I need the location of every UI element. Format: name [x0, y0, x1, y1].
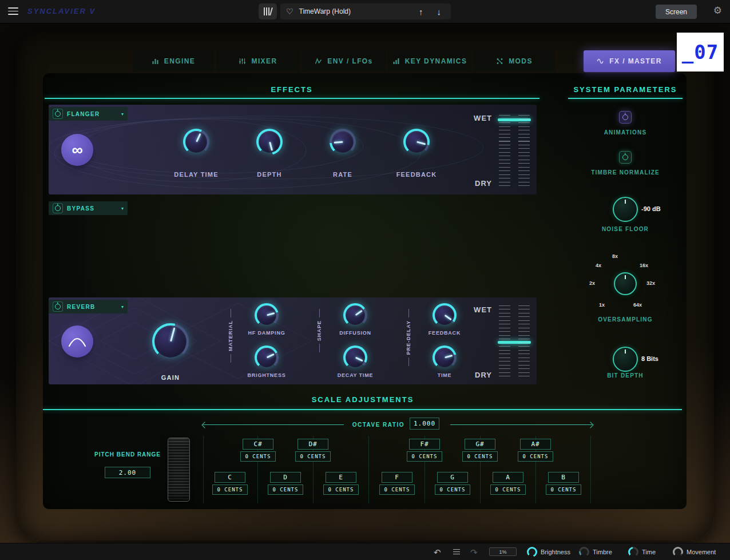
macro-time[interactable]: Time [628, 543, 656, 560]
main-menu-icon[interactable] [8, 7, 18, 15]
bit-depth-knob[interactable] [613, 347, 638, 372]
reverb-header[interactable]: REVERB ▾ [49, 300, 128, 313]
movement-macro-knob[interactable] [673, 547, 683, 557]
timbre-macro-knob[interactable] [579, 547, 589, 557]
tab-env-lfos[interactable]: ENV / LFOs [302, 50, 386, 72]
flanger-power-toggle[interactable] [53, 109, 63, 119]
bottom-toolbar: ↶ ↷ 1% Brightness Timbre Time Movement [0, 543, 730, 560]
oversampling-option-32x[interactable]: 32x [646, 280, 655, 286]
tab-key-dynamics[interactable]: KEY DYNAMICS [388, 50, 471, 72]
animations-toggle[interactable] [619, 111, 632, 124]
octave-ratio-value[interactable]: 1.000 [410, 418, 439, 430]
note-c-sharp[interactable]: C# [243, 439, 273, 450]
cents-a-sharp[interactable]: 0 CENTS [518, 451, 553, 462]
oversampling-option-8x[interactable]: 8x [612, 253, 618, 259]
scale-divider [43, 409, 682, 410]
macro-movement[interactable]: Movement [673, 543, 716, 560]
time-knob[interactable] [433, 345, 457, 370]
decay-time-knob[interactable] [343, 345, 367, 370]
cents-g-sharp[interactable]: 0 CENTS [462, 451, 498, 462]
macro-label: Brightness [541, 549, 570, 555]
pitch-bend-wheel[interactable] [168, 438, 190, 502]
system-parameters-title: SYSTEM PARAMETERS [568, 85, 683, 94]
cents-e[interactable]: 0 CENTS [323, 484, 359, 495]
rate-knob[interactable] [330, 129, 356, 155]
screen-button[interactable]: Screen [656, 5, 697, 19]
favorite-heart-icon[interactable]: ♡ [286, 7, 293, 15]
cents-b[interactable]: 0 CENTS [546, 484, 581, 495]
note-a[interactable]: A [493, 472, 523, 483]
reverb-wet-dry-fader[interactable] [499, 305, 530, 379]
flanger-name: FLANGER [67, 111, 100, 117]
oversampling-option-16x[interactable]: 16x [640, 263, 648, 268]
tab-fx-master[interactable]: FX / MASTER [584, 50, 675, 72]
macro-timbre[interactable]: Timbre [579, 543, 612, 560]
settings-gear-icon[interactable]: ⚙ [713, 6, 722, 15]
undo-icon[interactable]: ↶ [434, 547, 441, 556]
cpu-meter[interactable]: 1% [489, 547, 517, 556]
tab-label: ENGINE [164, 57, 195, 65]
note-f[interactable]: F [382, 472, 412, 483]
cents-d-sharp[interactable]: 0 CENTS [295, 451, 331, 462]
time-macro-knob[interactable] [628, 547, 638, 557]
brightness-macro-knob[interactable] [527, 547, 537, 557]
library-button[interactable] [259, 3, 277, 19]
hf-damping-knob[interactable] [255, 303, 279, 327]
material-group-label: MATERIAL [228, 309, 233, 363]
feedback-knob[interactable] [403, 129, 430, 155]
cents-d[interactable]: 0 CENTS [268, 484, 303, 495]
preset-selector[interactable]: ♡ TimeWarp (Hold) ↑ ↓ [280, 3, 451, 19]
previous-preset-arrow-icon[interactable]: ↑ [415, 7, 427, 17]
reverb-feedback-knob[interactable] [433, 303, 457, 327]
cents-f[interactable]: 0 CENTS [379, 484, 415, 495]
note-g-sharp[interactable]: G# [465, 439, 495, 450]
app-logo: SYNCLAVIER V [27, 7, 96, 15]
bypass-power-toggle[interactable] [53, 203, 63, 213]
cents-g[interactable]: 0 CENTS [435, 484, 470, 495]
oversampling-option-64x[interactable]: 64x [633, 302, 642, 308]
next-preset-arrow-icon[interactable]: ↓ [433, 7, 446, 17]
preset-name[interactable]: TimeWarp (Hold) [299, 7, 409, 15]
note-a-sharp[interactable]: A# [520, 439, 551, 450]
brightness-knob[interactable] [255, 345, 279, 370]
cents-c-sharp[interactable]: 0 CENTS [240, 451, 276, 462]
note-b[interactable]: B [548, 472, 579, 483]
tab-mods[interactable]: MODS [474, 50, 555, 72]
pitch-bend-range-value[interactable]: 2.00 [105, 467, 150, 478]
cents-f-sharp[interactable]: 0 CENTS [407, 451, 442, 462]
chevron-down-icon[interactable]: ▾ [121, 206, 124, 211]
timbre-normalize-toggle[interactable] [619, 151, 632, 164]
reverb-power-toggle[interactable] [53, 301, 63, 312]
note-d[interactable]: D [270, 472, 301, 483]
history-list-icon[interactable] [453, 549, 460, 555]
cents-c[interactable]: 0 CENTS [212, 484, 248, 495]
bypass-slot-header[interactable]: BYPASS ▾ [49, 201, 128, 215]
oversampling-knob[interactable] [614, 272, 637, 295]
tab-engine[interactable]: ENGINE [133, 50, 214, 72]
oversampling-option-2x[interactable]: 2x [589, 280, 595, 286]
decay-time-label: DECAY TIME [324, 372, 387, 378]
cents-a[interactable]: 0 CENTS [490, 484, 526, 495]
chevron-down-icon[interactable]: ▾ [121, 112, 124, 117]
oversampling-option-4x[interactable]: 4x [596, 263, 601, 268]
flanger-header[interactable]: FLANGER ▾ [49, 107, 128, 121]
note-f-sharp[interactable]: F# [409, 439, 440, 450]
fader-handle[interactable] [498, 341, 531, 344]
note-e[interactable]: E [326, 472, 356, 483]
depth-knob[interactable] [256, 129, 283, 155]
gain-knob[interactable] [152, 323, 189, 360]
diffusion-knob[interactable] [343, 303, 367, 327]
macro-brightness[interactable]: Brightness [527, 543, 570, 560]
note-c[interactable]: C [215, 472, 245, 483]
preset-number-badge: _07 [677, 33, 724, 72]
fader-handle[interactable] [498, 118, 531, 121]
flanger-wet-dry-fader[interactable] [499, 115, 530, 187]
note-g[interactable]: G [437, 472, 468, 483]
note-d-sharp[interactable]: D# [297, 439, 328, 450]
delay-time-knob[interactable] [183, 129, 209, 155]
redo-icon[interactable]: ↷ [470, 547, 478, 556]
oversampling-option-1x[interactable]: 1x [599, 302, 605, 308]
noise-floor-knob[interactable] [613, 197, 638, 222]
tab-mixer[interactable]: MIXER [216, 50, 300, 72]
chevron-down-icon[interactable]: ▾ [121, 304, 124, 309]
